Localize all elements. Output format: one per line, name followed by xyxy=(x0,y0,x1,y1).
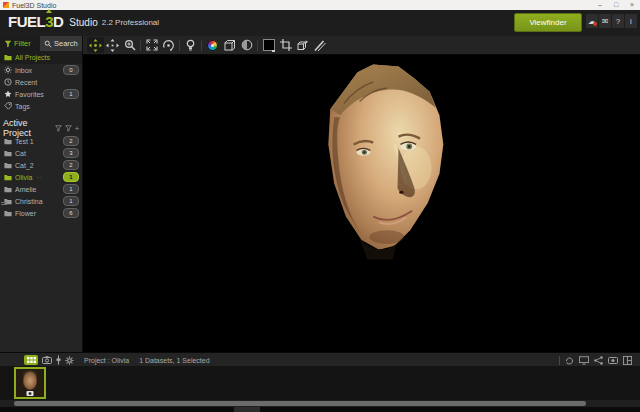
project-name: Cat xyxy=(15,150,26,157)
info-button[interactable]: i xyxy=(625,14,637,28)
filter-funnel-icon xyxy=(4,40,12,48)
thumbnail-camera-icon xyxy=(27,391,34,396)
settings-gear-icon[interactable] xyxy=(65,356,74,365)
pan-tool-button[interactable] xyxy=(104,37,121,53)
inbox-count-badge: 0 xyxy=(63,65,79,75)
pan-icon xyxy=(106,39,119,52)
project-name: Test 1 xyxy=(15,138,34,145)
logo-arrow-icon xyxy=(46,9,52,13)
color-wheel-button[interactable] xyxy=(204,37,221,53)
tab-search[interactable]: Search xyxy=(40,36,82,51)
face-scan-object[interactable] xyxy=(301,56,457,268)
project-row-christina[interactable]: Christina 1 xyxy=(0,195,82,207)
toolbar-separator xyxy=(179,40,180,51)
matcap-button[interactable] xyxy=(238,37,255,53)
logo-fuel-text: FUEL xyxy=(8,13,45,30)
slider-icon[interactable] xyxy=(56,355,61,365)
measure-tool-button[interactable] xyxy=(311,37,328,53)
thumbnails-grid-icon xyxy=(27,357,36,364)
project-name: Cat_2 xyxy=(15,162,34,169)
inbox-icon xyxy=(4,66,12,74)
project-row-cat[interactable]: Cat 3 xyxy=(0,147,82,159)
sidebar-item-tags[interactable]: Tags xyxy=(0,100,82,112)
crop-tool-button[interactable] xyxy=(277,37,294,53)
taskbar-sliver xyxy=(0,407,640,412)
project-name: Olivia xyxy=(15,174,33,181)
display-icon[interactable] xyxy=(579,356,589,365)
background-color-swatch xyxy=(263,39,275,51)
viewport-3d[interactable] xyxy=(83,55,640,352)
transform-tool-button[interactable] xyxy=(294,37,311,53)
background-color-button[interactable] xyxy=(260,37,277,53)
sidebar-item-recent[interactable]: Recent xyxy=(0,76,82,88)
sidebar-item-label: Inbox xyxy=(15,67,32,74)
orbit-icon xyxy=(89,39,102,52)
search-icon xyxy=(44,40,52,48)
snapshot-camera-icon[interactable] xyxy=(608,356,618,364)
project-row-flower[interactable]: Flower 6 xyxy=(0,207,82,219)
sidebar: Filter Search All Projects Inbox 0 Recen… xyxy=(0,36,83,352)
viewfinder-button[interactable]: Viewfinder xyxy=(514,13,582,32)
sidebar-item-all-projects[interactable]: All Projects xyxy=(0,51,82,64)
info-icon: i xyxy=(630,17,632,26)
tab-search-label: Search xyxy=(54,39,78,48)
bounding-box-button[interactable] xyxy=(221,37,238,53)
matcap-sphere-icon xyxy=(241,39,253,51)
window-titlebar: Fuel3D Studio – □ × xyxy=(0,0,640,10)
sidebar-item-label: Recent xyxy=(15,79,37,86)
zoom-icon xyxy=(124,39,136,51)
app-header: FUEL3D Studio 2.2 Professional Viewfinde… xyxy=(0,10,640,36)
dataset-thumbnail-selected[interactable] xyxy=(14,367,46,399)
sidebar-item-inbox[interactable]: Inbox 0 xyxy=(0,64,82,76)
folder-icon xyxy=(4,138,12,145)
layout-icon[interactable] xyxy=(623,356,632,365)
zoom-extents-icon xyxy=(146,39,158,51)
project-row-cat2[interactable]: Cat_2 2 xyxy=(0,159,82,171)
status-datasets-label: 1 Datasets, 1 Selected xyxy=(139,357,209,364)
project-row-amelie[interactable]: Amelie 1 xyxy=(0,183,82,195)
sort-icon[interactable] xyxy=(65,125,72,132)
project-count-badge: 1 xyxy=(63,172,79,182)
sidebar-item-favorites[interactable]: Favorites 1 xyxy=(0,88,82,100)
project-count-badge: 2 xyxy=(63,136,79,146)
project-count-badge: 2 xyxy=(63,160,79,170)
sync-icon[interactable] xyxy=(565,356,574,365)
maximize-button[interactable]: □ xyxy=(608,0,624,10)
product-name: Studio xyxy=(69,15,97,30)
help-button[interactable]: ? xyxy=(612,14,624,28)
orbit-object-button[interactable] xyxy=(160,37,177,53)
project-row-olivia-selected[interactable]: Olivia ·· 1 xyxy=(0,171,82,183)
lighting-tool-button[interactable] xyxy=(182,37,199,53)
project-count-badge: 3 xyxy=(63,148,79,158)
active-project-header: Active Project + xyxy=(0,121,82,135)
sidebar-item-label: All Projects xyxy=(15,54,50,61)
panel-resize-handle[interactable] xyxy=(1,198,7,208)
statusbar-separator xyxy=(559,356,560,365)
measure-pen-icon xyxy=(313,39,326,52)
horizontal-scrollbar[interactable] xyxy=(0,400,640,407)
minimize-button[interactable]: – xyxy=(592,0,608,10)
scrollbar-thumb[interactable] xyxy=(14,401,586,406)
camera-icon[interactable] xyxy=(42,356,52,364)
close-button[interactable]: × xyxy=(624,0,640,10)
color-wheel-icon xyxy=(207,40,218,51)
zoom-extents-button[interactable] xyxy=(143,37,160,53)
crop-icon xyxy=(280,39,292,51)
messages-button[interactable]: ✉ xyxy=(599,14,611,28)
zoom-tool-button[interactable] xyxy=(121,37,138,53)
tab-filter[interactable]: Filter xyxy=(0,36,40,51)
orbit-tool-button[interactable] xyxy=(87,37,104,53)
project-more-icon[interactable]: ·· xyxy=(37,174,43,180)
clock-icon xyxy=(4,78,12,86)
project-count-badge: 1 xyxy=(63,184,79,194)
project-count-badge: 6 xyxy=(63,208,79,218)
cloud-sync-button[interactable]: ☁ xyxy=(586,14,598,28)
filter-icon[interactable] xyxy=(55,125,62,132)
folder-icon xyxy=(4,210,12,217)
thumbnails-toggle-button[interactable] xyxy=(24,355,38,365)
app-icon xyxy=(3,2,9,8)
project-name: Christina xyxy=(15,198,43,205)
add-project-button[interactable]: + xyxy=(75,125,79,132)
folder-icon xyxy=(4,150,12,157)
share-icon[interactable] xyxy=(594,356,603,365)
